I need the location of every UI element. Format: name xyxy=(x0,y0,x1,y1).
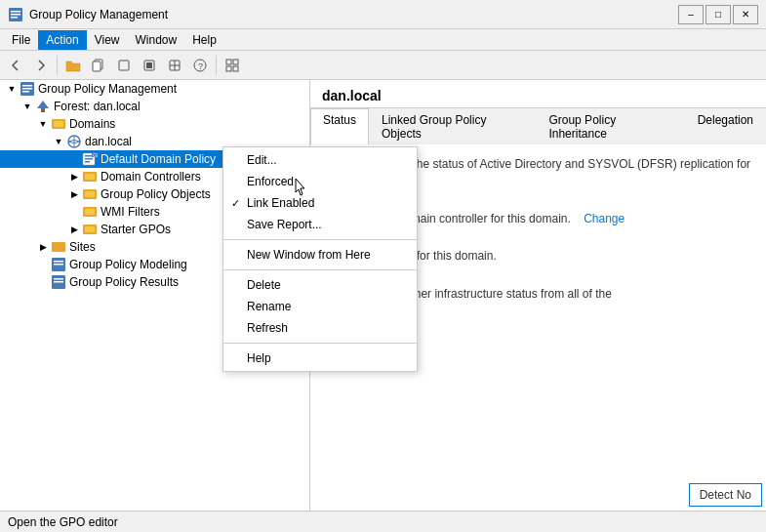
context-menu-edit[interactable]: Edit... xyxy=(223,149,417,171)
starter-icon xyxy=(82,222,98,237)
menu-action[interactable]: Action xyxy=(38,30,86,50)
toolbar-forward[interactable] xyxy=(29,54,53,77)
window-controls: – □ ✕ xyxy=(678,5,758,24)
svg-rect-6 xyxy=(119,61,129,70)
danlocal-icon xyxy=(66,134,82,149)
tree-label-dan-local: dan.local xyxy=(85,135,132,148)
expand-forest[interactable]: ▼ xyxy=(20,99,35,114)
menu-file[interactable]: File xyxy=(4,30,38,50)
context-menu-help[interactable]: Help xyxy=(223,348,417,369)
expand-starter[interactable]: ▶ xyxy=(66,222,82,237)
expand-gpm[interactable]: ▼ xyxy=(4,81,20,97)
svg-rect-37 xyxy=(85,191,95,197)
svg-rect-44 xyxy=(54,261,63,263)
dc-icon xyxy=(82,169,98,184)
svg-rect-20 xyxy=(22,88,32,90)
context-menu-sep-1 xyxy=(223,239,417,240)
tree-label-forest: Forest: dan.local xyxy=(54,100,141,113)
svg-rect-23 xyxy=(41,108,45,112)
panel-title: dan.local xyxy=(310,80,766,108)
change-link[interactable]: Change xyxy=(584,212,625,225)
context-menu: Edit... Enforced Link Enabled Save Repor… xyxy=(222,146,418,372)
tree-label-gpm-root: Group Policy Management xyxy=(38,82,177,96)
gpo-folder-icon xyxy=(82,186,98,202)
toolbar-btn-5[interactable] xyxy=(163,54,186,77)
svg-rect-1 xyxy=(11,11,20,13)
expand-gpo[interactable]: ▶ xyxy=(66,186,82,202)
results-icon xyxy=(51,274,66,290)
tree-label-starter: Starter GPOs xyxy=(101,223,171,236)
svg-text:?: ? xyxy=(198,61,203,71)
toolbar-btn-folder[interactable] xyxy=(61,54,85,77)
context-menu-delete[interactable]: Delete xyxy=(223,274,417,296)
context-menu-sep-2 xyxy=(223,269,417,270)
menu-bar: File Action View Window Help xyxy=(0,29,766,51)
expand-dc[interactable]: ▶ xyxy=(66,169,82,184)
expand-sites[interactable]: ▶ xyxy=(35,239,51,255)
tabs-bar: Status Linked Group Policy Objects Group… xyxy=(310,108,766,144)
gpo-icon: GP xyxy=(82,151,98,167)
tab-gp-inheritance[interactable]: Group Policy Inheritance xyxy=(536,108,684,144)
context-menu-sep-3 xyxy=(223,343,417,344)
minimize-button[interactable]: – xyxy=(678,5,704,24)
title-bar: Group Policy Management – □ ✕ xyxy=(0,0,766,29)
svg-rect-35 xyxy=(85,174,95,180)
svg-rect-25 xyxy=(54,121,63,127)
svg-rect-21 xyxy=(22,91,29,93)
svg-rect-47 xyxy=(54,278,63,280)
expand-domains[interactable]: ▼ xyxy=(35,116,51,132)
svg-rect-3 xyxy=(11,17,18,19)
tree-label-wmi: WMI Filters xyxy=(101,205,160,219)
expand-modeling[interactable] xyxy=(35,257,51,272)
app-icon xyxy=(8,7,23,22)
close-button[interactable]: ✕ xyxy=(733,5,758,24)
context-menu-enforced[interactable]: Enforced xyxy=(223,171,417,192)
status-text: Open the GPO editor xyxy=(8,515,118,529)
toolbar-btn-3[interactable] xyxy=(112,54,136,77)
tab-linked-gpo[interactable]: Linked Group Policy Objects xyxy=(369,108,536,144)
menu-window[interactable]: Window xyxy=(128,30,185,50)
tree-item-gpm-root[interactable]: ▼ Group Policy Management xyxy=(0,80,309,98)
toolbar-help[interactable]: ? xyxy=(188,54,212,77)
sites-icon xyxy=(51,239,66,255)
context-menu-new-window[interactable]: New Window from Here xyxy=(223,244,417,266)
toolbar-btn-copy[interactable] xyxy=(87,54,110,77)
tree-label-domains: Domains xyxy=(69,117,115,131)
tab-status[interactable]: Status xyxy=(310,108,369,144)
forest-icon xyxy=(35,99,51,114)
expand-wmi[interactable] xyxy=(66,204,82,220)
tree-label-ddp: Default Domain Policy xyxy=(101,152,216,166)
toolbar-btn-4[interactable] xyxy=(138,54,161,77)
svg-text:GP: GP xyxy=(93,152,98,158)
context-menu-save-report[interactable]: Save Report... xyxy=(223,214,417,235)
svg-rect-30 xyxy=(85,158,93,160)
status-bar: Open the GPO editor xyxy=(0,511,766,532)
context-menu-rename[interactable]: Rename xyxy=(223,296,417,317)
tree-label-modeling: Group Policy Modeling xyxy=(69,258,187,271)
domains-icon xyxy=(51,116,66,132)
tree-label-gpo: Group Policy Objects xyxy=(101,187,211,201)
svg-rect-5 xyxy=(93,61,101,71)
tree-label-results: Group Policy Results xyxy=(69,275,179,289)
detect-now-button[interactable]: Detect No xyxy=(689,483,762,507)
maximize-button[interactable]: □ xyxy=(706,5,731,24)
toolbar-back[interactable] xyxy=(4,54,27,77)
toolbar-sep-2 xyxy=(216,56,217,75)
modeling-icon xyxy=(51,257,66,272)
tree-item-forest[interactable]: ▼ Forest: dan.local xyxy=(0,98,309,115)
expand-dan-local[interactable]: ▼ xyxy=(51,134,66,149)
menu-help[interactable]: Help xyxy=(184,30,224,50)
svg-rect-15 xyxy=(233,60,238,64)
svg-marker-22 xyxy=(37,101,49,108)
svg-rect-41 xyxy=(85,226,95,232)
toolbar-grid[interactable] xyxy=(221,54,244,77)
expand-ddp[interactable] xyxy=(66,151,82,167)
context-menu-refresh[interactable]: Refresh xyxy=(223,317,417,339)
svg-rect-19 xyxy=(22,85,32,87)
tree-item-domains[interactable]: ▼ Domains xyxy=(0,115,309,133)
tab-delegation[interactable]: Delegation xyxy=(685,108,766,144)
svg-rect-8 xyxy=(146,62,152,68)
menu-view[interactable]: View xyxy=(87,30,128,50)
expand-results[interactable] xyxy=(35,274,51,290)
context-menu-link-enabled[interactable]: Link Enabled xyxy=(223,192,417,214)
